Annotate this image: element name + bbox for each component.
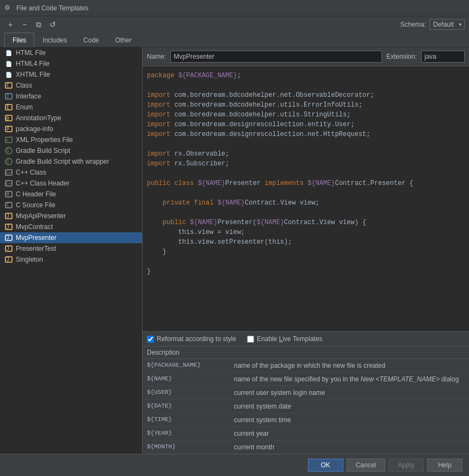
tree-item-singleton[interactable]: J Singleton <box>0 254 142 265</box>
copy-template-button[interactable]: ⧉ <box>33 18 45 30</box>
tree-item-label: XML Properties File <box>16 136 73 144</box>
desc-row: ${TIME} current system time <box>143 413 469 427</box>
tree-item-label: MvpApiPresenter <box>16 212 66 220</box>
code-line: private final ${NAME}Contract.View view; <box>147 198 465 208</box>
reset-template-button[interactable]: ↺ <box>47 18 59 30</box>
tree-item-c-source[interactable]: C C Source File <box>0 200 142 211</box>
tree-item-label: HTML4 File <box>16 60 50 67</box>
code-line: } <box>147 267 465 276</box>
tree-item-mvp-api[interactable]: J MvpApiPresenter <box>0 211 142 221</box>
code-line: import com.boredream.designrescollection… <box>147 129 465 139</box>
desc-text: current year <box>230 427 469 441</box>
svg-text:J: J <box>7 257 9 262</box>
tree-item-enum[interactable]: E Enum <box>0 102 142 113</box>
schema-select[interactable]: Default Project <box>429 19 465 30</box>
tree-item-label: Enum <box>16 103 33 111</box>
title-bar: ⚙ File and Code Templates <box>0 0 469 16</box>
desc-row: ${DATE} current system date <box>143 400 469 413</box>
code-line <box>147 188 465 198</box>
package-icon: P <box>4 125 13 133</box>
tree-item-html4-file[interactable]: 📄 HTML4 File <box>0 58 142 69</box>
svg-text:C++: C++ <box>6 182 13 186</box>
tree-item-xhtml-file[interactable]: 📄 XHTML File <box>0 69 142 80</box>
tab-files[interactable]: Files <box>4 33 34 47</box>
desc-text: current month <box>230 441 469 454</box>
reformat-checkbox[interactable] <box>147 336 154 343</box>
live-templates-checkbox[interactable] <box>247 336 254 343</box>
code-line: import com.boredream.bdcodehelper.utils.… <box>147 100 465 110</box>
tree-item-cpp-class[interactable]: C++ C++ Class <box>0 167 142 178</box>
svg-text:@: @ <box>6 115 9 121</box>
svg-text:J: J <box>7 225 9 230</box>
tree-item-mvp-presenter[interactable]: J MvpPresenter <box>0 232 142 243</box>
tree-item-package-info[interactable]: P package-info <box>0 123 142 134</box>
tree-item-label: C++ Class <box>16 169 46 176</box>
desc-var: ${TIME} <box>143 413 230 427</box>
svg-text:G: G <box>7 159 9 164</box>
tab-other[interactable]: Other <box>107 33 140 47</box>
code-line <box>147 208 465 218</box>
help-button[interactable]: Help <box>427 459 462 472</box>
tree-item-presenter-test[interactable]: J PresenterTest <box>0 243 142 254</box>
presenter-test-icon: J <box>4 244 13 253</box>
tab-bar: Files Includes Code Other <box>0 33 469 47</box>
options-row: Reformat according to style Enable Live … <box>143 331 469 346</box>
tree-item-xml-properties[interactable]: X XML Properties File <box>0 134 142 145</box>
name-row: Name: Extension: <box>143 47 469 66</box>
extension-label: Extension: <box>386 53 417 60</box>
cancel-button[interactable]: Cancel <box>347 459 385 472</box>
tree-item-annotation[interactable]: @ AnnotationType <box>0 113 142 123</box>
tree-item-html-file[interactable]: 📄 HTML File <box>0 47 142 58</box>
svg-text:E: E <box>7 105 9 110</box>
tree-item-label: HTML File <box>16 49 46 57</box>
code-line: public class ${NAME}Presenter implements… <box>147 178 465 188</box>
tab-includes[interactable]: Includes <box>34 33 75 47</box>
interface-icon: I <box>4 92 13 101</box>
tree-item-cpp-header[interactable]: C++ C++ Class Header <box>0 178 142 189</box>
svg-text:C: C <box>7 203 9 208</box>
code-line: import rx.Observable; <box>147 149 465 159</box>
tree-item-c-header[interactable]: H C Header File <box>0 189 142 200</box>
tree-item-label: C Header File <box>16 190 56 198</box>
svg-text:X: X <box>6 138 9 143</box>
tree-item-label: Interface <box>16 92 41 100</box>
desc-var: ${DATE} <box>143 400 230 413</box>
tree-item-interface[interactable]: I Interface <box>0 91 142 102</box>
tree-item-label: Gradle Build Script <box>16 147 70 154</box>
name-input[interactable] <box>170 51 382 63</box>
code-line: this.view = view; <box>147 227 465 237</box>
title-bar-text: File and Code Templates <box>16 4 89 12</box>
code-editor[interactable]: package ${PACKAGE_NAME}; import com.bore… <box>143 66 469 331</box>
tree-item-mvp-contract[interactable]: J MvpContract <box>0 221 142 232</box>
tab-code[interactable]: Code <box>75 33 107 47</box>
tree-item-gradle-wrapper[interactable]: G Gradle Build Script with wrapper <box>0 156 142 167</box>
desc-text: current user system login name <box>230 386 469 400</box>
tree-item-label: MvpPresenter <box>16 234 57 242</box>
svg-text:G: G <box>7 149 9 153</box>
extension-input[interactable] <box>421 51 465 63</box>
file-tree[interactable]: 📄 HTML File 📄 HTML4 File 📄 XHTML File C … <box>0 47 143 454</box>
apply-button[interactable]: Apply <box>388 459 424 472</box>
ok-button[interactable]: OK <box>308 459 343 472</box>
reformat-checkbox-item[interactable]: Reformat according to style <box>147 335 236 343</box>
svg-text:P: P <box>7 127 9 132</box>
desc-var: ${USER} <box>143 386 230 400</box>
remove-template-button[interactable]: − <box>18 18 30 30</box>
xhtml-file-icon: 📄 <box>4 70 13 79</box>
desc-row: ${MONTH} current month <box>143 441 469 454</box>
add-template-button[interactable]: + <box>4 18 16 30</box>
svg-text:J: J <box>7 246 9 251</box>
tree-item-class[interactable]: C Class <box>0 80 142 91</box>
annotation-icon: @ <box>4 114 13 122</box>
code-line <box>147 81 465 90</box>
tree-item-gradle[interactable]: G Gradle Build Script <box>0 145 142 156</box>
live-templates-checkbox-item[interactable]: Enable Live Templates <box>247 335 323 343</box>
class-icon: C <box>4 81 13 90</box>
gradle-icon: G <box>4 146 13 155</box>
description-table: ${PACKAGE_NAME} name of the package in w… <box>143 359 469 454</box>
dialog: + − ⧉ ↺ Schema: Default Project Files In… <box>0 16 469 476</box>
code-line: this.view.setPresenter(this); <box>147 237 465 247</box>
toolbar: + − ⧉ ↺ Schema: Default Project <box>0 16 469 33</box>
desc-var: ${NAME} <box>143 373 230 386</box>
schema-wrapper[interactable]: Default Project <box>429 19 465 30</box>
